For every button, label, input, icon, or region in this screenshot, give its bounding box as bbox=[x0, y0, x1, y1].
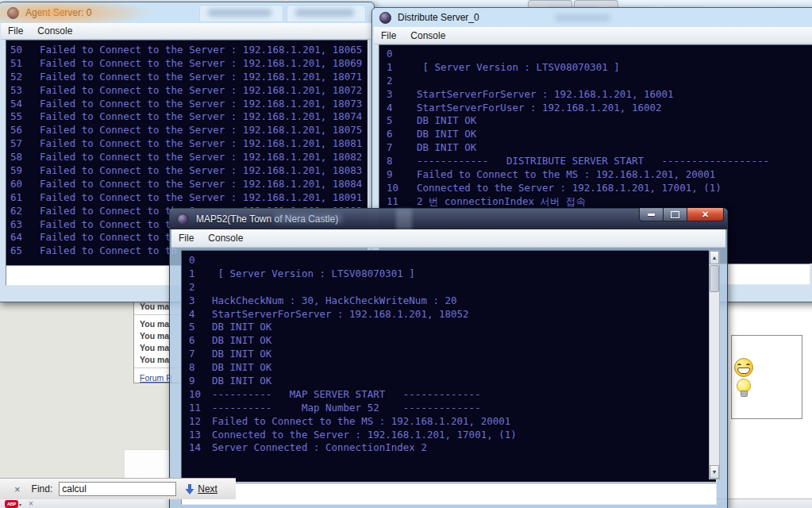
find-bar: × Find: Next bbox=[0, 478, 236, 499]
console-line: 57Failed to Connect to the Server : 192.… bbox=[10, 137, 368, 151]
line-number: 8 bbox=[189, 361, 212, 375]
line-text: ---------- Map Number 52 ------------- bbox=[212, 402, 481, 415]
console-line: 59Failed to Connect to the Server : 192.… bbox=[10, 164, 368, 178]
map52-titlebar[interactable]: MAP52(The Town of Nera Castle) ✕ bbox=[170, 209, 727, 229]
agent-titlebar[interactable]: Agent Server: 0 bbox=[0, 2, 374, 23]
line-text: [ Server Version : LTSV08070301 ] bbox=[417, 61, 620, 75]
line-text: StartServerForServer : 192.168.1.201, 18… bbox=[212, 308, 469, 321]
menu-item-console[interactable]: Console bbox=[201, 231, 250, 245]
line-text: DB INIT OK bbox=[212, 375, 271, 388]
console-line: 5DB INIT OK bbox=[387, 114, 812, 128]
glass-tab-reflection bbox=[199, 5, 283, 22]
line-text: Failed to Connect to the Server : 192.16… bbox=[40, 151, 362, 164]
line-number: 50 bbox=[10, 44, 40, 57]
webpage-white-block bbox=[124, 449, 171, 479]
console-line: 51Failed to Connect to the Server : 192.… bbox=[10, 57, 368, 71]
console-line: 1 [ Server Version : LTSV08070301 ] bbox=[387, 61, 812, 75]
scroll-up-button[interactable]: ▲ bbox=[710, 251, 719, 264]
line-text: Failed to Connect to the Server : 192.16… bbox=[40, 71, 362, 84]
grin-emoticon-icon bbox=[734, 358, 753, 377]
line-number: 11 bbox=[387, 195, 417, 209]
addon-bar-close-icon[interactable]: × bbox=[29, 500, 33, 508]
distribute-titlebar[interactable]: Distribute Server_0 bbox=[372, 8, 812, 27]
line-text: Failed to Connect to the Server : 192.16… bbox=[40, 191, 362, 205]
line-number: 54 bbox=[10, 98, 40, 111]
find-input[interactable] bbox=[59, 482, 176, 496]
close-button[interactable]: ✕ bbox=[687, 208, 724, 221]
blurred-tab-title bbox=[208, 9, 271, 17]
screen: You ma You ma You ma You ma You ma Forum… bbox=[0, 0, 812, 508]
window-icon bbox=[177, 214, 189, 225]
line-number: 7 bbox=[387, 141, 417, 155]
line-text: Connected to the Server : 192.168.1.201,… bbox=[212, 429, 517, 442]
line-number: 2 bbox=[387, 75, 417, 88]
line-text: DB INIT OK bbox=[417, 114, 476, 128]
line-number: 6 bbox=[387, 128, 417, 141]
caption-buttons: ✕ bbox=[639, 208, 724, 221]
console-line: 12Failed to Connect to the MS : 192.168.… bbox=[189, 415, 716, 429]
console-line: 13Connected to the Server : 192.168.1.20… bbox=[189, 429, 716, 442]
find-next-button[interactable]: Next bbox=[198, 483, 217, 495]
maximize-icon bbox=[671, 211, 679, 218]
line-number: 64 bbox=[10, 231, 40, 244]
console-line: 7DB INIT OK bbox=[387, 141, 812, 155]
vertical-scrollbar[interactable]: ▲ ▼ bbox=[709, 250, 720, 479]
minimize-button[interactable] bbox=[639, 208, 664, 221]
close-icon: ✕ bbox=[702, 210, 709, 219]
console-line: 7DB INIT OK bbox=[189, 348, 716, 361]
adblock-icon[interactable]: ABP bbox=[5, 500, 18, 508]
find-label: Find: bbox=[32, 483, 53, 495]
console-line: 5DB INIT OK bbox=[189, 321, 716, 334]
line-number: 13 bbox=[189, 429, 212, 442]
console-line: 3HackCheckNum : 30, HackCheckWriteNum : … bbox=[189, 294, 716, 308]
maximize-button[interactable] bbox=[664, 208, 687, 221]
line-text: DB INIT OK bbox=[212, 348, 271, 361]
menu-item-console[interactable]: Console bbox=[403, 29, 452, 43]
line-number: 62 bbox=[10, 205, 40, 218]
glass-tab-reflection bbox=[287, 5, 366, 22]
adblock-dropdown-icon[interactable]: ▾ bbox=[19, 502, 21, 507]
scrollbar-track[interactable] bbox=[710, 292, 719, 465]
line-number: 8 bbox=[387, 155, 417, 168]
console-line: 0 bbox=[387, 48, 812, 61]
scrollbar-thumb[interactable] bbox=[710, 265, 719, 292]
line-number: 10 bbox=[387, 182, 417, 195]
console-line: 6DB INIT OK bbox=[189, 334, 716, 348]
scroll-down-button[interactable]: ▼ bbox=[710, 465, 719, 479]
line-text: [ Server Version : LTSV08070301 ] bbox=[212, 267, 415, 281]
line-number: 9 bbox=[189, 375, 212, 388]
line-text: Failed to Connect to the Server : 192.16… bbox=[40, 137, 362, 151]
menu-item-file[interactable]: File bbox=[1, 24, 30, 38]
find-bar-close-icon[interactable]: × bbox=[14, 484, 21, 495]
console-line: 54Failed to Connect to the Server : 192.… bbox=[10, 98, 368, 111]
line-number: 7 bbox=[189, 348, 212, 361]
window-title: Distribute Server_0 bbox=[398, 12, 479, 23]
distribute-menubar: File Console bbox=[374, 27, 812, 44]
console-line: 10Connected to the Server : 192.168.1.20… bbox=[387, 182, 812, 195]
console-line: 2 bbox=[189, 281, 716, 294]
console-line: 11---------- Map Number 52 ------------- bbox=[189, 402, 716, 415]
line-text: DB INIT OK bbox=[212, 334, 271, 348]
line-text: DB INIT OK bbox=[417, 128, 476, 141]
line-text: Failed to Connect to the Server : 192.16… bbox=[40, 57, 362, 71]
line-number: 3 bbox=[387, 88, 417, 102]
line-number: 14 bbox=[189, 441, 212, 455]
line-text: Server Connected : ConnectionIndex 2 bbox=[212, 441, 427, 455]
line-number: 1 bbox=[189, 267, 212, 281]
line-text: ---------- MAP SERVER START ------------… bbox=[212, 388, 481, 402]
menu-item-console[interactable]: Console bbox=[30, 24, 79, 38]
menu-item-file[interactable]: File bbox=[374, 29, 403, 43]
line-number: 58 bbox=[10, 151, 40, 164]
line-number: 53 bbox=[10, 84, 40, 98]
glass-streak bbox=[396, 209, 412, 229]
minimize-icon bbox=[648, 214, 655, 216]
glass-reflection bbox=[555, 14, 610, 21]
line-number: 57 bbox=[10, 137, 40, 151]
console-line: 55Failed to Connect to the Server : 192.… bbox=[10, 110, 368, 124]
line-number: 6 bbox=[189, 334, 212, 348]
find-next-arrow-icon[interactable] bbox=[185, 484, 194, 495]
map52-console-input[interactable] bbox=[181, 483, 717, 505]
line-text: HackCheckNum : 30, HackCheckWriteNum : 2… bbox=[212, 294, 457, 308]
smiley-list-box bbox=[731, 335, 802, 419]
menu-item-file[interactable]: File bbox=[171, 231, 201, 245]
